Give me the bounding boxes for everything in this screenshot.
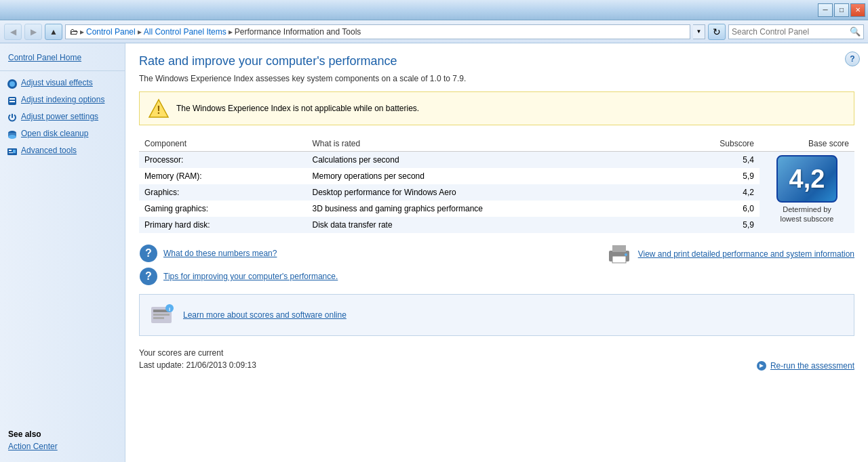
subscore-harddisk: 5,9	[705, 217, 760, 233]
refresh-button[interactable]: ↻	[708, 24, 726, 40]
sidebar: Control Panel Home Adjust visual effects…	[0, 43, 125, 462]
rated-processor: Calculations per second	[307, 152, 705, 169]
disk-cleanup-icon	[7, 129, 18, 140]
rated-harddisk: Disk data transfer rate	[307, 217, 705, 233]
table-row: Memory (RAM): Memory operations per seco…	[139, 168, 854, 184]
svg-rect-3	[9, 98, 15, 100]
breadcrumb-item-control-panel[interactable]: Control Panel	[86, 27, 136, 37]
col-subscore: Subscore	[705, 136, 760, 152]
content-description: The Windows Experience Index assesses ke…	[139, 74, 854, 83]
status-bar: Your scores are current Last update: 21/…	[139, 347, 854, 371]
up-button[interactable]: ▲	[45, 24, 62, 40]
performance-table: Component What is rated Subscore Base sc…	[139, 136, 854, 233]
action-center-link[interactable]: Action Center	[8, 442, 117, 451]
base-score-cell: 4,2 Determined by lowest subscore	[760, 152, 854, 234]
breadcrumb: 🗁 ▸ Control Panel ▸ All Control Panel It…	[65, 24, 690, 39]
view-print-link[interactable]: View and print detailed performance and …	[638, 249, 854, 259]
content-help: ?	[845, 51, 860, 66]
warning-icon: !	[148, 98, 170, 119]
help-button[interactable]: ?	[845, 51, 860, 66]
back-button[interactable]: ◀	[4, 24, 22, 40]
addressbar: ◀ ▶ ▲ 🗁 ▸ Control Panel ▸ All Control Pa…	[0, 20, 868, 43]
rerun-link[interactable]: Re-run the assessment	[756, 360, 854, 371]
table-row: Graphics: Desktop performance for Window…	[139, 184, 854, 201]
score-badge-number: 4,2	[776, 155, 837, 203]
subscore-graphics: 4,2	[705, 184, 760, 201]
minimize-button[interactable]: ─	[818, 3, 833, 17]
svg-rect-25	[153, 317, 164, 319]
sidebar-see-also: See also Action Center	[0, 424, 125, 457]
learn-more-box: i Learn more about scores and software o…	[139, 294, 854, 336]
link-numbers-text[interactable]: What do these numbers mean?	[163, 249, 277, 258]
titlebar-buttons: ─ □ ✕	[818, 3, 865, 17]
rerun-label: Re-run the assessment	[770, 361, 854, 371]
breadcrumb-item-all-control-panel[interactable]: All Control Panel Items	[144, 27, 226, 37]
sidebar-item-indexing-label: Adjust indexing options	[21, 95, 104, 106]
status-line1: Your scores are current	[139, 347, 256, 359]
sidebar-item-visual-effects[interactable]: Adjust visual effects	[0, 75, 125, 92]
see-also-title: See also	[8, 429, 117, 439]
content-area: ? Rate and improve your computer's perfo…	[125, 43, 868, 462]
search-input[interactable]	[732, 27, 847, 37]
svg-rect-4	[9, 101, 15, 102]
svg-rect-20	[612, 256, 626, 263]
sidebar-item-indexing[interactable]: Adjust indexing options	[0, 92, 125, 109]
printer-icon	[606, 244, 633, 264]
links-section: ? What do these numbers mean? ? Tips for…	[139, 244, 854, 286]
warning-box: ! The Windows Experience Index is not ap…	[139, 91, 854, 125]
svg-text:i: i	[169, 306, 170, 312]
svg-rect-19	[612, 245, 626, 252]
search-bar: 🔍	[728, 24, 864, 39]
component-harddisk: Primary hard disk:	[139, 217, 307, 233]
link-tips-text[interactable]: Tips for improving your computer's perfo…	[163, 272, 338, 281]
sidebar-item-advanced-label: Advanced tools	[21, 146, 77, 156]
sidebar-item-disk-cleanup[interactable]: Open disk cleanup	[0, 126, 125, 143]
score-badge: 4,2 Determined by lowest subscore	[776, 155, 837, 224]
col-rated: What is rated	[307, 136, 705, 152]
page-title: Rate and improve your computer's perform…	[139, 54, 854, 68]
sidebar-item-power-label: Adjust power settings	[21, 112, 98, 123]
table-row: Primary hard disk: Disk data transfer ra…	[139, 217, 854, 233]
rated-graphics: Desktop performance for Windows Aero	[307, 184, 705, 201]
sidebar-item-advanced[interactable]: Advanced tools	[0, 143, 125, 160]
svg-point-21	[625, 253, 627, 256]
learn-more-icon: i	[148, 301, 175, 329]
svg-rect-10	[9, 152, 13, 153]
col-basescore: Base score	[760, 136, 854, 152]
maximize-button[interactable]: □	[834, 3, 849, 17]
svg-point-7	[8, 135, 16, 139]
status-line2: Last update: 21/06/2013 0:09:13	[139, 359, 256, 371]
svg-text:?: ?	[145, 270, 152, 282]
subscore-memory: 5,9	[705, 168, 760, 184]
svg-rect-9	[9, 150, 12, 151]
learn-more-link[interactable]: Learn more about scores and software onl…	[183, 310, 347, 320]
main-layout: Control Panel Home Adjust visual effects…	[0, 43, 868, 462]
svg-rect-11	[13, 150, 16, 153]
advanced-tools-icon	[7, 146, 18, 157]
close-button[interactable]: ✕	[850, 3, 865, 17]
sidebar-item-disk-cleanup-label: Open disk cleanup	[21, 129, 88, 140]
indexing-icon	[7, 96, 18, 106]
svg-rect-24	[153, 314, 170, 316]
forward-button[interactable]: ▶	[24, 24, 42, 40]
breadcrumb-dropdown[interactable]: ▼	[693, 24, 705, 39]
search-icon[interactable]: 🔍	[850, 26, 861, 37]
sidebar-divider	[0, 70, 125, 71]
breadcrumb-item-current: Performance Information and Tools	[235, 27, 361, 37]
col-component: Component	[139, 136, 307, 152]
score-badge-label: Determined by lowest subscore	[781, 205, 834, 224]
question-icon-tips: ?	[139, 267, 158, 286]
link-item-numbers: ? What do these numbers mean?	[139, 244, 338, 263]
component-memory: Memory (RAM):	[139, 168, 307, 184]
question-icon-numbers: ?	[139, 244, 158, 263]
sidebar-item-power[interactable]: Adjust power settings	[0, 109, 125, 126]
visual-effects-icon	[7, 79, 18, 89]
rerun-icon	[756, 360, 767, 371]
subscore-gaming: 6,0	[705, 201, 760, 217]
subscore-processor: 5,4	[705, 152, 760, 169]
table-row: Gaming graphics: 3D business and gaming …	[139, 201, 854, 217]
folder-icon: 🗁	[70, 27, 78, 37]
sidebar-home[interactable]: Control Panel Home	[0, 49, 125, 66]
table-row: Processor: Calculations per second 5,4 4…	[139, 152, 854, 169]
svg-text:!: !	[157, 104, 160, 116]
